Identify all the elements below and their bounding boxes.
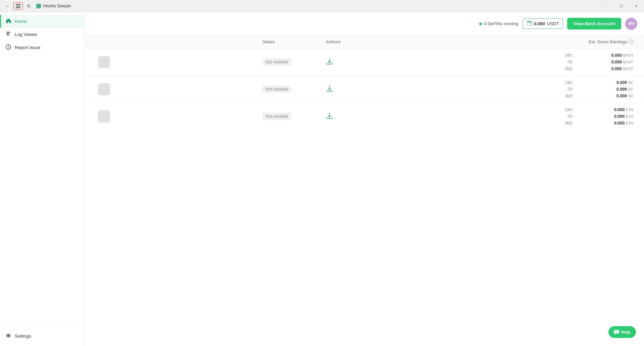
- earnings-row: 30d: 0.000 ETH: [559, 120, 633, 127]
- service-logo: [98, 110, 110, 122]
- service-info: [114, 57, 115, 67]
- help-label: Help: [621, 330, 631, 335]
- earnings-period: 30d:: [559, 66, 573, 71]
- service-name: [114, 57, 115, 62]
- balance-amount: 0.000: [534, 21, 545, 26]
- svg-rect-1: [16, 6, 20, 6]
- service-name: [114, 84, 115, 89]
- table-row: Not installed 24h: 0.000 SC 7d: 0.000 SC: [85, 76, 644, 103]
- chat-icon: [614, 330, 619, 335]
- app-title: Hivello Deepin: [43, 3, 71, 8]
- service-info: [114, 84, 115, 95]
- col-earnings: Est. Gross Earnings i: [429, 36, 644, 49]
- service-name: [114, 111, 115, 116]
- close-button[interactable]: ✕: [629, 0, 644, 12]
- earnings-value: 0.000 SC: [593, 80, 633, 85]
- service-desc: [114, 63, 115, 67]
- depins-status-text: 0 DePINs running: [484, 21, 518, 26]
- svg-point-11: [616, 331, 617, 332]
- earnings-value: 0.000 MYST: [593, 60, 633, 64]
- status-badge: Not installed: [262, 86, 291, 93]
- balance-currency: USDT: [547, 21, 559, 26]
- earnings-value: 0.000 SC: [593, 94, 633, 98]
- status-cell-0: Not installed: [257, 49, 321, 76]
- titlebar: ← ↻ Hivello Deepin − ❐ ✕: [0, 0, 644, 12]
- earnings-row: 7d: 0.000 MYST: [559, 59, 633, 65]
- earnings-info-icon[interactable]: i: [629, 40, 633, 44]
- titlebar-nav: ← ↻: [3, 2, 34, 10]
- status-cell-2: Not installed: [257, 103, 321, 130]
- sidebar-item-log-viewer[interactable]: Log Viewer: [0, 28, 84, 41]
- service-cell-2: [85, 103, 257, 130]
- status-dot: [479, 22, 482, 25]
- sidebar-item-report-issue[interactable]: Report Issue: [0, 41, 84, 54]
- svg-rect-4: [6, 33, 9, 34]
- depins-status: 0 DePINs running: [479, 21, 518, 26]
- service-logo: [98, 83, 110, 95]
- earnings-value: 0.000 ETH: [593, 121, 633, 126]
- earnings-value: 0.000 SC: [593, 87, 633, 92]
- service-desc: [114, 90, 115, 95]
- back-button[interactable]: ←: [3, 2, 12, 10]
- service-desc: [114, 117, 115, 122]
- log-icon: [5, 31, 11, 38]
- svg-rect-5: [6, 35, 10, 35]
- services-table: Status Actions Est. Gross Earnings i: [85, 36, 644, 130]
- sidebar-label-settings: Settings: [15, 334, 31, 339]
- earnings-period: 30d:: [559, 121, 573, 126]
- sidebar-label-report-issue: Report Issue: [15, 45, 41, 50]
- service-logo: [98, 56, 110, 68]
- earnings-period: 30d:: [559, 94, 573, 98]
- home-icon: [5, 18, 11, 24]
- earnings-row: 24h: 0.000 MYST: [559, 52, 633, 59]
- status-cell-1: Not installed: [257, 76, 321, 103]
- earnings-row: 30d: 0.000 MYST: [559, 65, 633, 72]
- earnings-value: 0.000 ETH: [593, 114, 633, 119]
- earnings-cell-2: 24h: 0.000 ETH 7d: 0.000 ETH 30d: 0.000 …: [429, 103, 644, 130]
- header-bar: 0 DePINs running 0.000 USDT View Bank Ac…: [85, 12, 644, 36]
- main-content: 0 DePINs running 0.000 USDT View Bank Ac…: [85, 12, 644, 346]
- restore-button[interactable]: ❐: [613, 0, 629, 12]
- earnings-cell-0: 24h: 0.000 MYST 7d: 0.000 MYST 30d: 0.00…: [429, 49, 644, 76]
- app-info: Hivello Deepin: [36, 3, 71, 8]
- svg-rect-7: [527, 21, 532, 26]
- svg-point-8: [530, 23, 531, 24]
- earnings-value: 0.000 MYST: [593, 66, 633, 71]
- minimize-button[interactable]: −: [598, 0, 613, 12]
- svg-rect-0: [16, 4, 20, 5]
- col-status: Status: [257, 36, 321, 49]
- earnings-row: 30d: 0.000 SC: [559, 93, 633, 99]
- earnings-row: 24h: 0.000 ETH: [559, 106, 633, 113]
- earnings-period: 24h:: [559, 107, 573, 112]
- help-button[interactable]: Help: [608, 326, 636, 338]
- status-badge: Not installed: [262, 58, 291, 66]
- install-button[interactable]: [326, 113, 333, 121]
- svg-point-12: [617, 331, 618, 332]
- actions-cell-0: [320, 49, 428, 76]
- col-service: [85, 36, 257, 49]
- sidebar-bottom: Settings: [0, 326, 84, 346]
- earnings-period: 7d:: [559, 60, 573, 64]
- sidebar-item-settings[interactable]: Settings: [0, 330, 84, 343]
- table-row: Not installed 24h: 0.000 ETH 7d: 0.000 E…: [85, 103, 644, 130]
- reload-button[interactable]: ↻: [24, 2, 34, 10]
- avatar[interactable]: PH: [625, 18, 637, 30]
- table-row: Not installed 24h: 0.000 MYST 7d: 0.000 …: [85, 49, 644, 76]
- earnings-cell-1: 24h: 0.000 SC 7d: 0.000 SC 30d: 0.000 SC: [429, 76, 644, 103]
- table-header-row: Status Actions Est. Gross Earnings i: [85, 36, 644, 49]
- service-cell-1: [85, 76, 257, 103]
- service-cell-0: [85, 49, 257, 76]
- menu-button[interactable]: [13, 2, 23, 10]
- actions-cell-1: [320, 76, 428, 103]
- sidebar-item-home[interactable]: Home: [0, 15, 84, 28]
- sidebar-label-home: Home: [15, 19, 27, 24]
- sidebar-label-log-viewer: Log Viewer: [15, 32, 37, 37]
- install-button[interactable]: [326, 86, 333, 94]
- report-icon: [5, 44, 11, 51]
- view-bank-button[interactable]: View Bank Account: [567, 18, 621, 30]
- actions-cell-2: [320, 103, 428, 130]
- earnings-row: 24h: 0.000 SC: [559, 79, 633, 86]
- service-info: [114, 111, 115, 122]
- earnings-period: 24h:: [559, 80, 573, 85]
- install-button[interactable]: [326, 59, 333, 66]
